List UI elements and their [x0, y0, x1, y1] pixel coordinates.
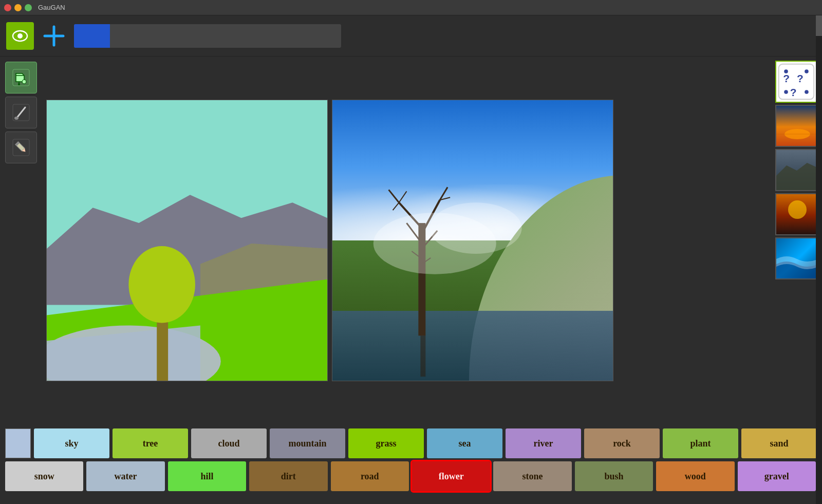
svg-text:?: ? — [797, 72, 804, 84]
hill-label[interactable]: hill — [168, 461, 246, 491]
canvas-area — [42, 57, 771, 424]
svg-line-29 — [389, 190, 399, 202]
fill-tool[interactable] — [5, 62, 37, 94]
result-canvas — [332, 100, 613, 381]
svg-point-45 — [805, 69, 809, 73]
app-title: GauGAN — [38, 4, 65, 11]
label-row-2: snow water hill dirt road flower stone b… — [5, 461, 817, 491]
brush-tool[interactable] — [5, 97, 37, 128]
svg-text:?: ? — [783, 72, 790, 84]
maximize-button[interactable] — [25, 4, 32, 11]
svg-rect-48 — [776, 106, 817, 147]
snow-label[interactable]: snow — [5, 461, 83, 491]
plant-label[interactable]: plant — [663, 428, 738, 458]
current-color-swatch[interactable] — [5, 428, 31, 458]
svg-point-44 — [784, 69, 788, 73]
thumbnail-gray[interactable] — [775, 149, 817, 191]
svg-point-10 — [14, 117, 18, 120]
tools-panel — [0, 57, 42, 424]
wood-label[interactable]: wood — [656, 461, 734, 491]
scrollbar[interactable] — [816, 15, 822, 504]
svg-line-31 — [393, 202, 399, 210]
svg-point-46 — [805, 90, 809, 94]
grass-label[interactable]: grass — [348, 428, 424, 458]
mountain-label[interactable]: mountain — [270, 428, 345, 458]
rock-label[interactable]: rock — [584, 428, 660, 458]
svg-point-54 — [788, 200, 807, 219]
drawing-canvas[interactable] — [46, 100, 328, 381]
main-area: ? ? ? — [0, 57, 822, 424]
thumbnail-warm[interactable] — [775, 193, 817, 235]
add-button[interactable] — [40, 22, 68, 50]
sand-label[interactable]: sand — [741, 428, 817, 458]
dirt-label[interactable]: dirt — [249, 461, 327, 491]
minimize-button[interactable] — [14, 4, 22, 11]
svg-point-2 — [17, 33, 23, 39]
stone-label[interactable]: stone — [493, 461, 571, 491]
bush-label[interactable]: bush — [575, 461, 653, 491]
flower-label[interactable]: flower — [412, 461, 490, 491]
road-label[interactable]: road — [331, 461, 409, 491]
titlebar: GauGAN — [0, 0, 822, 15]
label-row-1: sky tree cloud mountain grass sea river … — [5, 428, 817, 458]
svg-point-47 — [784, 90, 788, 94]
nvidia-logo — [6, 22, 34, 50]
svg-line-30 — [399, 191, 407, 202]
svg-rect-36 — [420, 335, 425, 377]
progress-fill — [74, 24, 110, 48]
water-label[interactable]: water — [86, 461, 164, 491]
svg-point-38 — [429, 202, 521, 254]
sky-label[interactable]: sky — [34, 428, 109, 458]
pencil-tool[interactable] — [5, 132, 37, 163]
cloud-label[interactable]: cloud — [191, 428, 267, 458]
toolbar — [0, 15, 822, 57]
sea-label[interactable]: sea — [427, 428, 502, 458]
close-button[interactable] — [4, 4, 11, 11]
river-label[interactable]: river — [506, 428, 581, 458]
svg-text:?: ? — [790, 86, 797, 98]
progress-bar — [74, 24, 341, 48]
labels-panel: sky tree cloud mountain grass sea river … — [0, 424, 822, 504]
thumbnail-dice[interactable]: ? ? ? — [775, 61, 817, 103]
thumbnail-sunset[interactable] — [775, 105, 817, 147]
scrollbar-thumb[interactable] — [816, 15, 822, 36]
thumbnail-ocean[interactable] — [775, 237, 817, 279]
gravel-label[interactable]: gravel — [738, 461, 816, 491]
right-panel: ? ? ? — [771, 57, 822, 424]
svg-point-7 — [18, 83, 20, 85]
result-image — [332, 100, 613, 381]
svg-point-22 — [128, 246, 195, 323]
tree-label[interactable]: tree — [113, 428, 188, 458]
